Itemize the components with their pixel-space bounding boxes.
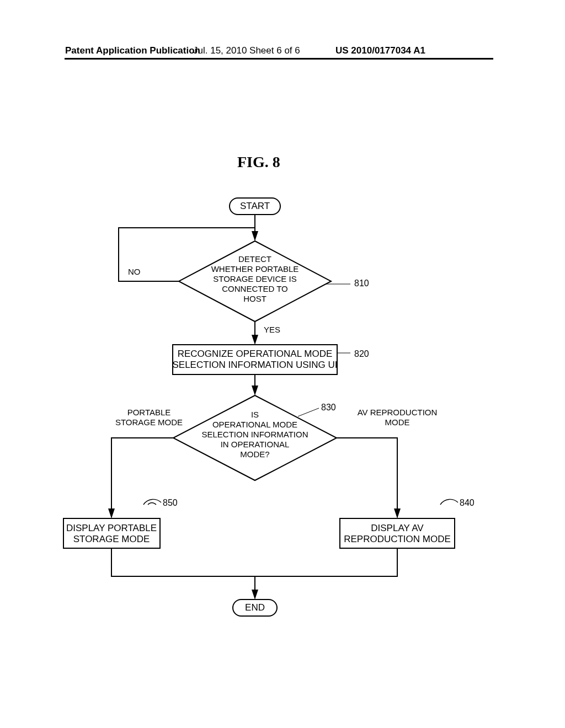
decision-830: IS OPERATIONAL MODE SELECTION INFORMATIO… xyxy=(173,395,337,480)
d810-l3: STORAGE DEVICE IS xyxy=(213,274,296,283)
d810-l4: CONNECTED TO xyxy=(222,284,287,293)
terminal-end: END xyxy=(233,599,277,616)
ref-810: 810 xyxy=(354,279,369,288)
end-label: END xyxy=(245,602,265,613)
decision-810: DETECT WHETHER PORTABLE STORAGE DEVICE I… xyxy=(179,241,331,322)
ref-850: 850 xyxy=(163,498,178,507)
process-840: DISPLAY AV REPRODUCTION MODE xyxy=(340,518,455,548)
d830-l3: SELECTION INFORMATION xyxy=(201,430,308,439)
ref-840: 840 xyxy=(460,498,475,507)
ref-820: 820 xyxy=(354,349,369,358)
p840-l1: DISPLAY AV xyxy=(371,523,424,533)
d830-l2: OPERATIONAL MODE xyxy=(212,420,297,429)
header-publication: Patent Application Publication xyxy=(65,45,200,56)
d830-left-l2: STORAGE MODE xyxy=(115,417,183,427)
d810-no-label: NO xyxy=(128,267,141,276)
figure-title: FIG. 8 xyxy=(237,153,280,171)
leader-850 xyxy=(143,499,161,505)
header-date-sheet: Jul. 15, 2010 Sheet 6 of 6 xyxy=(193,45,300,56)
p840-l2: REPRODUCTION MODE xyxy=(344,534,451,544)
merge-840 xyxy=(255,548,397,576)
d830-l5: MODE? xyxy=(240,449,269,459)
flowchart: START DETECT WHETHER PORTABLE STORAGE DE… xyxy=(55,196,508,631)
p850-l2: STORAGE MODE xyxy=(73,534,150,544)
d830-l4: IN OPERATIONAL xyxy=(221,440,290,449)
header-pub-number: US 2010/0177034 A1 xyxy=(335,45,425,56)
p820-l1: RECOGNIZE OPERATIONAL MODE xyxy=(178,349,333,359)
terminal-start: START xyxy=(230,198,280,215)
svg-line-6 xyxy=(143,505,148,518)
edge-d810-yes: YES xyxy=(255,322,280,344)
d830-right-l2: MODE xyxy=(385,417,410,427)
p820-l2: SELECTION INFORMATION USING UI xyxy=(172,360,337,370)
d810-l1: DETECT xyxy=(238,254,271,264)
d830-l1: IS xyxy=(251,410,259,419)
leader-840 xyxy=(440,499,458,505)
d810-l2: WHETHER PORTABLE xyxy=(211,264,299,274)
process-850: DISPLAY PORTABLE STORAGE MODE xyxy=(63,518,160,548)
d830-right-l1: AV REPRODUCTION xyxy=(358,408,438,417)
start-label: START xyxy=(240,201,270,211)
leader-830 xyxy=(298,408,319,416)
leader-curve-850 xyxy=(148,503,156,505)
arrow-830-840 xyxy=(337,438,397,517)
d810-yes-label: YES xyxy=(264,325,280,334)
d810-l5: HOST xyxy=(243,294,266,303)
ref-830: 830 xyxy=(321,403,336,412)
merge-850 xyxy=(111,548,255,576)
p850-l1: DISPLAY PORTABLE xyxy=(66,523,157,533)
process-820: RECOGNIZE OPERATIONAL MODE SELECTION INF… xyxy=(172,345,337,374)
header-rule xyxy=(65,58,493,60)
d830-left-l1: PORTABLE xyxy=(127,408,171,417)
